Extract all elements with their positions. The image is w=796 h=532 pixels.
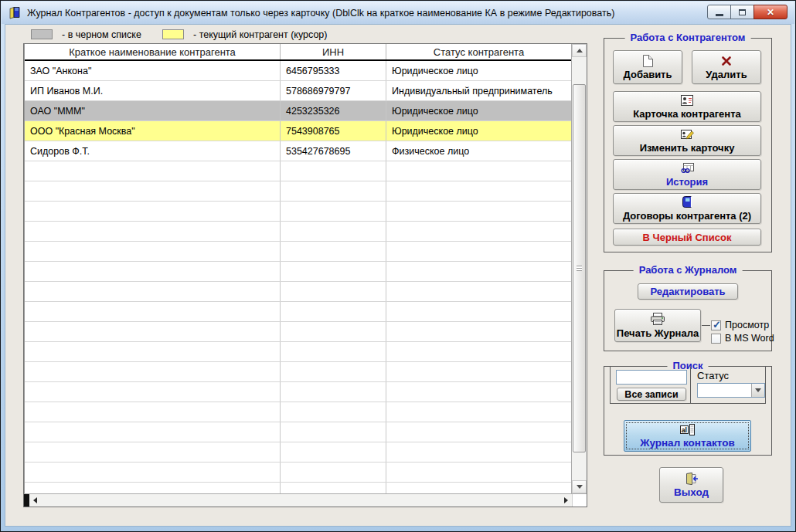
- all-records-button[interactable]: Все записи: [617, 388, 686, 401]
- table-row[interactable]: ИП Иванов М.И.578686979797Индивидуальный…: [25, 81, 571, 101]
- header-inn-column[interactable]: ИНН: [281, 44, 386, 59]
- table-cell: 578686979797: [281, 81, 386, 100]
- edit-card-button[interactable]: Изменить карточку: [613, 125, 761, 156]
- client-area: - в черном списке - текущий контрагент (…: [5, 24, 791, 527]
- print-journal-button[interactable]: Печать Журнала: [614, 309, 701, 342]
- minimize-button[interactable]: [707, 5, 731, 19]
- close-button[interactable]: ✕: [753, 5, 787, 19]
- table-row-empty[interactable]: [25, 282, 571, 302]
- table-cell: [386, 181, 571, 201]
- delete-button-label: Удалить: [706, 69, 747, 80]
- history-button[interactable]: История: [613, 159, 761, 190]
- table-row-empty[interactable]: [25, 442, 571, 463]
- table-cell: [281, 483, 386, 493]
- scroll-down-button[interactable]: [572, 480, 587, 493]
- combo-arrow-icon: [755, 388, 761, 392]
- scroll-up-button[interactable]: [572, 44, 587, 57]
- vertical-scroll-track[interactable]: [572, 57, 587, 480]
- edit-card-pencil-icon: [681, 127, 694, 141]
- table-cell: [386, 483, 571, 493]
- combo-dropdown-button[interactable]: [751, 384, 764, 397]
- table-cell: [25, 242, 281, 261]
- table-cell: [386, 442, 571, 462]
- table-cell: [281, 382, 386, 402]
- table-cell: Юридическое лицо: [386, 121, 571, 141]
- preview-checkbox-label: Просмотр: [725, 320, 769, 330]
- table-row-empty[interactable]: [25, 181, 571, 202]
- table-cell: [281, 202, 386, 221]
- table-row-empty[interactable]: [25, 222, 571, 242]
- table-cell: [281, 282, 386, 301]
- scroll-left-button[interactable]: [29, 494, 41, 507]
- table-row[interactable]: ОАО "МММ"4253235326Юридическое лицо: [25, 101, 571, 121]
- table-cell: [25, 442, 281, 462]
- table-cell: 7543908765: [281, 121, 386, 141]
- table-row-empty[interactable]: [25, 402, 571, 422]
- status-filter-combobox[interactable]: [697, 383, 765, 398]
- add-button[interactable]: Добавить: [613, 50, 682, 84]
- table-cell: 6456795333: [281, 61, 386, 80]
- table-cell: [386, 322, 571, 341]
- to-blacklist-button[interactable]: В Черный Список: [613, 229, 761, 246]
- preview-checkbox-row[interactable]: Просмотр: [711, 320, 769, 330]
- edit-journal-button[interactable]: Редактировать: [638, 283, 738, 300]
- table-cell: ИП Иванов М.И.: [25, 81, 281, 100]
- table-row-empty[interactable]: [25, 382, 571, 402]
- table-cell: [281, 322, 386, 341]
- table-row[interactable]: ЗАО "Анкона"6456795333Юридическое лицо: [25, 61, 571, 81]
- table-cell: [25, 302, 281, 321]
- add-button-label: Добавить: [624, 69, 672, 80]
- edit-journal-label: Редактировать: [650, 286, 725, 297]
- table-cell: [25, 342, 281, 361]
- horizontal-scrollbar[interactable]: [24, 493, 587, 507]
- table-row[interactable]: ООО "Красная Москва"7543908765Юридическо…: [25, 121, 571, 141]
- delete-button[interactable]: Удалить: [692, 50, 761, 84]
- print-options-connector: [702, 325, 710, 326]
- table-row-empty[interactable]: [25, 262, 571, 282]
- msword-checkbox-row[interactable]: В MS Word: [711, 333, 774, 344]
- delete-x-icon: [721, 54, 732, 67]
- table-row-empty[interactable]: [25, 242, 571, 262]
- blacklist-legend-label: - в черном списке: [62, 29, 141, 40]
- printer-icon: [650, 313, 665, 326]
- exit-button[interactable]: Выход: [659, 467, 723, 503]
- table-row-empty[interactable]: [25, 362, 571, 382]
- msword-checkbox[interactable]: [711, 334, 721, 344]
- header-status-column[interactable]: Статус контрагента: [386, 44, 571, 59]
- table-row-empty[interactable]: [25, 342, 571, 362]
- maximize-icon: [739, 9, 746, 15]
- table-row-empty[interactable]: [25, 422, 571, 442]
- preview-checkbox[interactable]: [711, 320, 721, 330]
- vertical-scrollbar[interactable]: [571, 44, 587, 493]
- table-cell: [25, 181, 281, 201]
- scroll-grip-icon: [577, 266, 582, 271]
- horizontal-scroll-thumb[interactable]: [24, 494, 29, 507]
- table-row-empty[interactable]: [25, 483, 571, 493]
- scroll-right-button[interactable]: [560, 494, 572, 507]
- history-icon: [681, 161, 694, 175]
- table-row-empty[interactable]: [25, 202, 571, 222]
- table-row[interactable]: Сидоров Ф.Т.535427678695Физическое лицо: [25, 141, 571, 161]
- counterparty-card-button[interactable]: Карточка контрагента: [613, 91, 761, 122]
- table-cell: [386, 382, 571, 402]
- contacts-journal-button[interactable]: al Журнал контактов: [624, 420, 751, 452]
- table-cell: ЗАО "Анкона": [25, 61, 281, 80]
- table-row-empty[interactable]: [25, 322, 571, 342]
- minimize-icon: [716, 14, 723, 16]
- table-cell: 4253235326: [281, 101, 386, 120]
- maximize-button[interactable]: [730, 5, 754, 19]
- table-row-empty[interactable]: [25, 463, 571, 483]
- search-input[interactable]: [616, 370, 687, 385]
- table-cell: Сидоров Ф.Т.: [25, 141, 281, 161]
- vertical-scroll-thumb[interactable]: [573, 84, 586, 452]
- table-cell: Юридическое лицо: [386, 101, 571, 120]
- table-cell: [281, 442, 386, 462]
- table-cell: [281, 422, 386, 442]
- contracts-button[interactable]: Договоры контрагента (2): [613, 193, 761, 224]
- table-row-empty[interactable]: [25, 161, 571, 181]
- table-cell: [386, 302, 571, 321]
- table-cell: [386, 282, 571, 301]
- table-row-empty[interactable]: [25, 302, 571, 322]
- header-name-column[interactable]: Краткое наименование контрагента: [25, 44, 281, 59]
- horizontal-scroll-track[interactable]: [41, 494, 560, 507]
